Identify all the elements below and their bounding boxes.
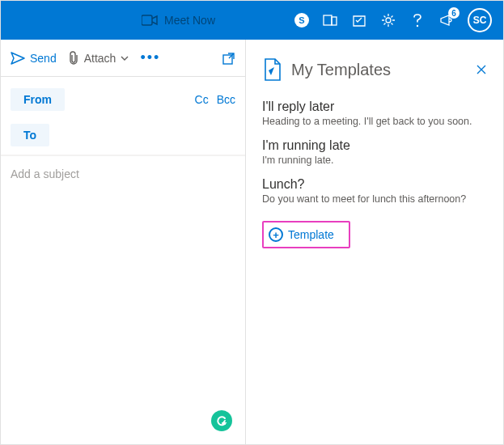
templates-panel-icon: [262, 57, 283, 82]
paperclip-icon: [68, 51, 79, 66]
template-item[interactable]: I'll reply later Heading to a meeting. I…: [262, 100, 487, 127]
compose-pane: Send Attach ••• From Cc Bcc: [1, 40, 246, 444]
plus-icon: +: [269, 227, 283, 242]
announcements-icon[interactable]: 6: [438, 12, 455, 28]
from-button[interactable]: From: [11, 88, 65, 111]
template-preview: I'm running late.: [262, 155, 487, 166]
bcc-button[interactable]: Bcc: [217, 93, 235, 106]
grammarly-icon[interactable]: [211, 410, 232, 431]
attach-button[interactable]: Attach: [68, 51, 129, 66]
help-icon[interactable]: [409, 12, 426, 28]
send-icon: [11, 52, 25, 65]
skype-icon[interactable]: S: [294, 13, 309, 28]
app-root: Meet Now S 6 SC Send: [0, 0, 504, 445]
cc-button[interactable]: Cc: [195, 93, 209, 106]
compose-toolbar: Send Attach •••: [1, 40, 245, 77]
user-avatar[interactable]: SC: [468, 8, 492, 32]
settings-icon[interactable]: [380, 12, 396, 28]
top-bar: Meet Now S 6 SC: [1, 1, 503, 40]
notification-badge: 6: [448, 7, 460, 19]
subject-row: [1, 155, 245, 192]
body: Send Attach ••• From Cc Bcc: [1, 40, 503, 444]
template-item[interactable]: Lunch? Do you want to meet for lunch thi…: [262, 177, 487, 205]
from-row: From Cc Bcc: [1, 83, 245, 119]
add-template-button[interactable]: + Template: [262, 221, 350, 248]
svg-rect-2: [332, 17, 337, 25]
teams-icon[interactable]: [322, 12, 338, 28]
close-panel-button[interactable]: [476, 64, 487, 75]
message-body[interactable]: [1, 192, 245, 444]
close-icon: [476, 64, 487, 75]
meet-now-label: Meet Now: [164, 14, 215, 27]
template-title: I'll reply later: [262, 100, 487, 114]
template-title: Lunch?: [262, 177, 487, 192]
to-row: To: [1, 119, 245, 155]
subject-input[interactable]: [11, 167, 235, 180]
add-template-wrap: + Template: [262, 221, 487, 248]
svg-point-4: [417, 25, 418, 27]
recipient-fields: From Cc Bcc To: [1, 77, 245, 155]
chevron-down-icon: [121, 56, 129, 61]
send-button[interactable]: Send: [11, 52, 57, 65]
to-button[interactable]: To: [11, 124, 49, 146]
template-item[interactable]: I'm running late I'm running late.: [262, 138, 487, 166]
templates-panel: My Templates I'll reply later Heading to…: [246, 40, 503, 444]
svg-point-3: [386, 18, 391, 23]
cc-bcc-group: Cc Bcc: [195, 93, 235, 106]
panel-title: My Templates: [291, 61, 391, 79]
more-actions-button[interactable]: •••: [140, 49, 160, 66]
template-preview: Do you want to meet for lunch this after…: [262, 193, 487, 205]
template-title: I'm running late: [262, 138, 487, 153]
template-preview: Heading to a meeting. I'll get back to y…: [262, 116, 487, 127]
video-icon: [142, 12, 158, 28]
attach-label: Attach: [84, 52, 116, 65]
meet-now-button[interactable]: Meet Now: [142, 12, 215, 28]
panel-header: My Templates: [262, 57, 487, 82]
send-label: Send: [30, 52, 57, 65]
svg-rect-0: [142, 15, 152, 25]
popout-button[interactable]: [222, 52, 235, 65]
todo-icon[interactable]: [351, 12, 367, 28]
svg-rect-1: [324, 15, 332, 25]
add-template-label: Template: [288, 228, 334, 241]
